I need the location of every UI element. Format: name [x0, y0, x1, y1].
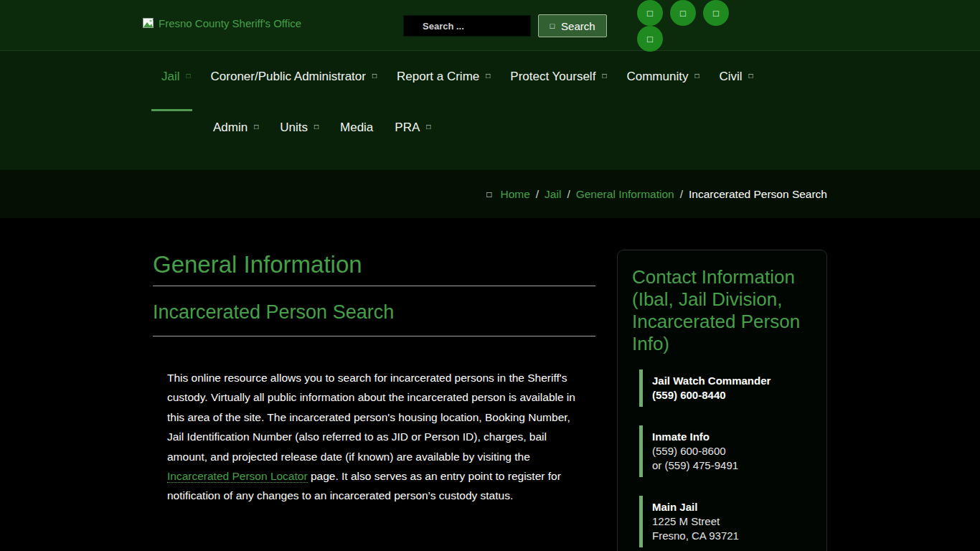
nav-item-units[interactable]: Units□ [280, 120, 319, 136]
chevron-down-icon: □ [314, 123, 319, 131]
nav-item-civil[interactable]: Civil□ [719, 69, 753, 85]
page-title: General Information [153, 251, 595, 278]
nav-item-media[interactable]: Media [340, 120, 373, 136]
nav-item-protect-yourself[interactable]: Protect Yourself□ [510, 69, 606, 85]
nav-label: Admin [213, 120, 248, 136]
nav-label: Jail [161, 69, 180, 85]
search-button[interactable]: □ Search [538, 14, 607, 37]
breadcrumb-separator: / [680, 188, 683, 201]
nav-item-jail[interactable]: Jail□ [161, 69, 191, 85]
chevron-down-icon: □ [254, 123, 258, 131]
contact-name: Main Jail [652, 500, 812, 514]
social-icon-2[interactable]: □ [670, 0, 696, 26]
nav-label: Civil [719, 69, 742, 85]
nav-label: Report a Crime [397, 69, 479, 85]
contact-card-title: Contact Information (Ibal, Jail Division… [632, 266, 812, 355]
nav-label: PRA [395, 120, 420, 136]
social-icon-4[interactable]: □ [637, 26, 663, 52]
paragraph-text: This online resource allows you to searc… [167, 372, 575, 463]
chevron-down-icon: □ [426, 123, 430, 131]
contact-address-city: Fresno, CA 93721 [652, 529, 812, 543]
nav-row-secondary: Admin□ Units□ Media PRA□ [153, 120, 827, 136]
social-glyph-icon: □ [680, 9, 686, 18]
social-glyph-icon: □ [647, 9, 653, 18]
breadcrumb: □ Home / Jail / General Information / In… [153, 170, 827, 218]
chevron-down-icon: □ [486, 72, 490, 80]
site-header: Fresno County Sheriff's Office □ Search … [0, 0, 980, 51]
contact-entry-main-jail: Main Jail 1225 M Street Fresno, CA 93721 [639, 496, 812, 547]
contact-phone: (559) 600-8440 [652, 388, 812, 402]
page-subtitle: Incarcerated Person Search [153, 301, 595, 324]
social-glyph-icon: □ [713, 9, 719, 18]
breadcrumb-current-page: Incarcerated Person Search [689, 188, 827, 201]
main-nav: Jail□ Coroner/Public Administrator□ Repo… [0, 51, 980, 170]
main-content: General Information Incarcerated Person … [0, 218, 980, 551]
subtitle-divider [153, 336, 595, 336]
breadcrumb-link-home[interactable]: Home [500, 188, 529, 201]
contact-phone: (559) 600-8600 [652, 444, 812, 458]
site-logo-link[interactable]: Fresno County Sheriff's Office [143, 17, 301, 29]
nav-item-community[interactable]: Community□ [626, 69, 699, 85]
contact-name: Jail Watch Commander [652, 374, 812, 388]
nav-item-pra[interactable]: PRA□ [395, 120, 430, 136]
contact-entry-inmate-info: Inmate Info (559) 600-8600 or (559) 475-… [639, 425, 812, 477]
social-glyph-icon: □ [647, 34, 653, 44]
breadcrumb-separator: / [536, 188, 539, 201]
contact-name: Inmate Info [652, 430, 812, 444]
chevron-down-icon: □ [602, 72, 606, 80]
chevron-down-icon: □ [187, 72, 191, 80]
contact-address-street: 1225 M Street [652, 514, 812, 529]
search-icon: □ [550, 22, 555, 30]
article-column: General Information Incarcerated Person … [153, 250, 595, 506]
search-input[interactable] [403, 15, 531, 37]
intro-paragraph: This online resource allows you to searc… [153, 368, 595, 506]
chevron-down-icon: □ [694, 72, 699, 80]
sidebar: Contact Information (Ibal, Jail Division… [617, 250, 827, 551]
nav-item-admin[interactable]: Admin□ [213, 120, 258, 136]
nav-label: Coroner/Public Administrator [211, 69, 366, 85]
social-links: □ □ □ □ [637, 0, 738, 52]
incarcerated-person-locator-link[interactable]: Incarcerated Person Locator [167, 470, 308, 483]
nav-label: Media [340, 120, 373, 136]
broken-image-icon [143, 18, 156, 29]
contact-information-card: Contact Information (Ibal, Jail Division… [617, 250, 827, 551]
logo-alt-text: Fresno County Sheriff's Office [159, 17, 301, 29]
social-icon-1[interactable]: □ [637, 0, 663, 26]
breadcrumb-link-jail[interactable]: Jail [545, 188, 561, 201]
nav-item-coroner-public-administrator[interactable]: Coroner/Public Administrator□ [211, 69, 377, 85]
contact-entry-jail-watch-commander: Jail Watch Commander (559) 600-8440 [639, 369, 812, 407]
home-icon: □ [486, 190, 491, 199]
nav-label: Protect Yourself [510, 69, 595, 85]
chevron-down-icon: □ [749, 72, 753, 80]
nav-row-primary: Jail□ Coroner/Public Administrator□ Repo… [153, 69, 827, 85]
breadcrumb-link-general-information[interactable]: General Information [576, 188, 674, 201]
search-button-label: Search [561, 20, 595, 32]
breadcrumb-separator: / [567, 188, 570, 201]
social-icon-3[interactable]: □ [703, 0, 729, 26]
nav-label: Units [280, 120, 308, 136]
nav-item-report-a-crime[interactable]: Report a Crime□ [397, 69, 490, 85]
breadcrumb-band: □ Home / Jail / General Information / In… [0, 170, 980, 218]
title-divider [153, 286, 595, 286]
contact-phone-alt: or (559) 475-9491 [652, 458, 812, 473]
nav-label: Community [626, 69, 688, 85]
chevron-down-icon: □ [372, 72, 377, 80]
